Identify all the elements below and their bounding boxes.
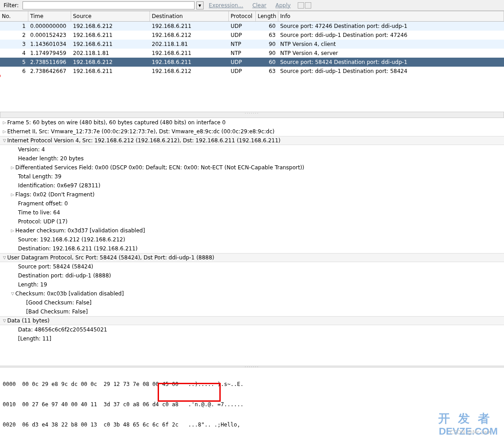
tree-frame[interactable]: ▷Frame 5: 60 bytes on wire (480 bits), 6… xyxy=(0,118,504,127)
tree-ip-proto[interactable]: Protocol: UDP (17) xyxy=(0,217,504,226)
filter-toolbar: Filter: ▾ Expression... Clear Apply xyxy=(0,0,504,11)
tree-ip-src[interactable]: Source: 192.168.6.212 (192.168.6.212) xyxy=(0,235,504,244)
packet-rows[interactable]: 10.000000000192.168.6.212192.168.6.211UD… xyxy=(0,22,504,76)
col-header-info[interactable]: Info xyxy=(278,11,504,21)
tree-ip-flags[interactable]: ▷Flags: 0x02 (Don't Fragment) xyxy=(0,190,504,199)
tree-data-hex[interactable]: Data: 48656c6c6f2c2055445021 xyxy=(0,325,504,334)
apply-button[interactable]: Apply xyxy=(272,2,295,9)
clear-button[interactable]: Clear xyxy=(249,2,270,9)
tree-ip-ttl[interactable]: Time to live: 64 xyxy=(0,208,504,217)
tree-udp-sport[interactable]: Source port: 58424 (58424) xyxy=(0,262,504,271)
tree-udp-chk[interactable]: ▽Checksum: 0xc03b [validation disabled] xyxy=(0,289,504,298)
watermark-cn: 开发者 xyxy=(438,411,498,426)
filter-label: Filter: xyxy=(2,2,21,9)
collapse-icon[interactable]: ▽ xyxy=(2,255,7,260)
tree-ip-dsf[interactable]: ▷Differentiated Services Field: 0x00 (DS… xyxy=(0,163,504,172)
packet-row[interactable]: 41.174979459202.118.1.81192.168.6.211NTP… xyxy=(0,49,504,58)
tree-ip-id[interactable]: Identification: 0x6e97 (28311) xyxy=(0,181,504,190)
collapse-icon[interactable]: ▽ xyxy=(2,318,7,323)
toolbar-icons xyxy=(298,2,311,9)
collapse-icon[interactable]: ▽ xyxy=(2,138,7,143)
col-header-protocol[interactable]: Protocol xyxy=(229,11,256,21)
col-header-source[interactable]: Source xyxy=(71,11,150,21)
watermark-csdn: CSDN @Mr.zwX xyxy=(450,429,491,435)
collapse-icon[interactable]: ▽ xyxy=(10,291,15,296)
packet-list-hscroll[interactable]: ....... xyxy=(0,112,504,118)
packet-list-empty xyxy=(0,76,504,112)
toolbar-icon-1[interactable] xyxy=(298,2,304,9)
tree-ip-dst[interactable]: Destination: 192.168.6.211 (192.168.6.21… xyxy=(0,244,504,253)
tree-ethernet[interactable]: ▷Ethernet II, Src: Vmware_12:73:7e (00:0… xyxy=(0,127,504,136)
tree-ip-hlen[interactable]: Header length: 20 bytes xyxy=(0,154,504,163)
col-header-no[interactable]: No. xyxy=(0,11,28,21)
packet-row[interactable]: 20.000152423192.168.6.211192.168.6.212UD… xyxy=(0,31,504,40)
tree-ip-version[interactable]: Version: 4 xyxy=(0,145,504,154)
tree-udp-bad[interactable]: [Bad Checksum: False] xyxy=(0,307,504,316)
packet-row[interactable]: 10.000000000192.168.6.212192.168.6.211UD… xyxy=(0,22,504,31)
col-header-time[interactable]: Time xyxy=(28,11,71,21)
tree-ip-tlen[interactable]: Total Length: 39 xyxy=(0,172,504,181)
bytes-highlight-box xyxy=(158,383,221,402)
chevron-down-icon: ▾ xyxy=(199,2,201,9)
details-empty xyxy=(0,343,504,366)
tree-udp[interactable]: ▽User Datagram Protocol, Src Port: 58424… xyxy=(0,253,504,262)
tree-data[interactable]: ▽Data (11 bytes) xyxy=(0,316,504,325)
expand-icon[interactable]: ▷ xyxy=(2,120,7,125)
filter-input[interactable] xyxy=(23,1,195,9)
tree-ip-chk[interactable]: ▷Header checksum: 0x3d37 [validation dis… xyxy=(0,226,504,235)
packet-list-header: No. Time Source Destination Protocol Len… xyxy=(0,11,504,22)
packet-row[interactable]: 52.738511696192.168.6.212192.168.6.211UD… xyxy=(0,58,504,67)
filter-dropdown-button[interactable]: ▾ xyxy=(196,1,204,9)
packet-bytes-pane[interactable]: 0000 00 0c 29 e8 9c dc 00 0c 29 12 73 7e… xyxy=(0,367,504,440)
packet-row[interactable]: 62.738642667192.168.6.211192.168.6.212UD… xyxy=(0,67,504,76)
col-header-length[interactable]: Length xyxy=(256,11,278,21)
expression-button[interactable]: Expression... xyxy=(205,2,247,9)
expand-icon[interactable]: ▷ xyxy=(10,192,15,197)
tree-udp-dport[interactable]: Destination port: ddi-udp-1 (8888) xyxy=(0,271,504,280)
packet-row[interactable]: 31.143601034192.168.6.211202.118.1.81NTP… xyxy=(0,40,504,49)
toolbar-icon-2[interactable] xyxy=(305,2,311,9)
col-header-destination[interactable]: Destination xyxy=(150,11,229,21)
tree-ip-frag[interactable]: Fragment offset: 0 xyxy=(0,199,504,208)
expand-icon[interactable]: ▷ xyxy=(2,129,7,134)
tree-ip[interactable]: ▽Internet Protocol Version 4, Src: 192.1… xyxy=(0,136,504,145)
packet-list-pane: No. Time Source Destination Protocol Len… xyxy=(0,11,504,118)
bytes-row[interactable]: 0020 06 d3 e4 38 22 b8 00 13 c0 3b 48 65… xyxy=(3,422,501,429)
expand-icon[interactable]: ▷ xyxy=(10,228,15,233)
bytes-row[interactable]: 0000 00 0c 29 e8 9c dc 00 0c 29 12 73 7e… xyxy=(3,381,501,389)
tree-udp-len[interactable]: Length: 19 xyxy=(0,280,504,289)
tree-data-len[interactable]: [Length: 11] xyxy=(0,334,504,343)
expand-icon[interactable]: ▷ xyxy=(10,165,15,170)
packet-details-pane[interactable]: ▷Frame 5: 60 bytes on wire (480 bits), 6… xyxy=(0,118,504,366)
tree-udp-good[interactable]: [Good Checksum: False] xyxy=(0,298,504,307)
bytes-row[interactable]: 0010 00 27 6e 97 40 00 40 11 3d 37 c0 a8… xyxy=(3,401,501,409)
left-cut-edge xyxy=(0,63,2,81)
